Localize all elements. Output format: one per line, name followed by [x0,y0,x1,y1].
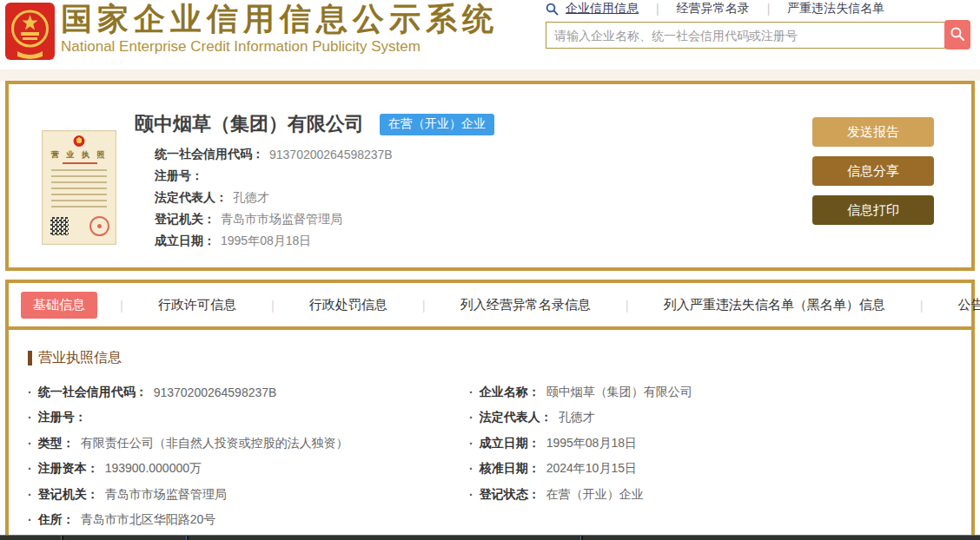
info-row: 法定代表人： 孔德才 [469,405,971,431]
license-info-right-column: 企业名称： 颐中烟草（集团）有限公司 法定代表人： 孔德才 成立日期： 1995… [469,379,971,533]
taskbar-divider [186,536,189,540]
section-title-license-info: 营业执照信息 [28,349,971,366]
share-info-button[interactable]: 信息分享 [812,156,934,186]
info-row: 住所： 青岛市市北区华阳路20号 [28,508,469,534]
tab-separator: | [271,298,275,313]
license-text-lines [51,169,107,211]
company-summary-fields: 统一社会信用代码： 91370200264598237B 注册号： 法定代表人：… [155,143,494,252]
site-title: 国家企业信用信息公示系统 [61,1,499,37]
tab-separator: | [920,298,924,313]
tab-basic-info[interactable]: 基础信息 [21,292,97,319]
nav-link-serious-violations[interactable]: 严重违法失信名单 [787,1,884,16]
status-badge: 在营（开业）企业 [380,114,494,135]
license-red-line [63,162,97,164]
company-name: 颐中烟草（集团）有限公司 [135,111,364,137]
info-row: 登记状态： 在营（开业）企业 [469,482,971,508]
search-icon [950,26,965,44]
section-marker [28,351,32,365]
business-license-image[interactable]: 营 业 执 照 [42,130,116,245]
red-seal-icon [89,216,109,236]
taskbar-divider [580,536,583,540]
site-subtitle: National Enterprise Credit Information P… [61,38,499,56]
tab-separator: | [422,298,426,313]
search-icon [546,3,559,16]
detail-panel: 基础信息 | 行政许可信息 | 行政处罚信息 | 列入经营异常名录信息 | 列入… [5,280,975,540]
taskbar-strip[interactable] [0,535,980,540]
tab-announcements[interactable]: 公告信息 [946,292,980,319]
nav-link-abnormal-operations[interactable]: 经营异常名录 [677,1,750,16]
national-emblem-icon [5,48,55,63]
info-row: 成立日期： 1995年08月18日 [469,431,971,457]
summary-row: 登记机关： 青岛市市场监督管理局 [155,208,494,230]
search-input[interactable] [546,22,945,49]
nav-separator: | [656,2,659,16]
tab-separator: | [120,298,123,313]
tab-bar: 基础信息 | 行政许可信息 | 行政处罚信息 | 列入经营异常名录信息 | 列入… [9,283,971,326]
tab-serious-violations-blacklist[interactable]: 列入严重违法失信名单（黑名单）信息 [652,292,897,319]
tab-administrative-license[interactable]: 行政许可信息 [146,292,248,319]
license-emblem-icon [74,135,85,147]
print-info-button[interactable]: 信息打印 [812,195,934,225]
company-summary-card: 营 业 执 照 颐中烟草（集团）有限公司 在营（开业）企业 统一社会信用代码： … [5,81,975,271]
taskbar-divider [61,536,63,540]
summary-row: 法定代表人： 孔德才 [155,187,494,208]
action-buttons: 发送报告 信息分享 信息打印 [812,117,934,234]
send-report-button[interactable]: 发送报告 [812,117,934,147]
site-header: 国家企业信用信息公示系统 National Enterprise Credit … [0,0,980,69]
info-row: 注册号： [28,405,469,431]
tab-separator: | [626,298,629,313]
summary-row: 成立日期： 1995年08月18日 [155,230,494,252]
license-title: 营 业 执 照 [43,149,116,161]
nav-separator: | [767,2,771,16]
info-row: 统一社会信用代码： 91370200264598237B [28,379,469,405]
top-nav: 企业信用信息 | 经营异常名录 | 严重违法失信名单 [546,0,970,17]
tab-abnormal-operations-list[interactable]: 列入经营异常名录信息 [448,292,603,319]
summary-row: 注册号： [155,165,494,187]
search-button[interactable] [944,20,970,49]
qr-code-icon [50,217,69,235]
info-row: 登记机关： 青岛市市场监督管理局 [28,482,469,508]
summary-row: 统一社会信用代码： 91370200264598237B [155,143,494,165]
tab-administrative-penalty[interactable]: 行政处罚信息 [297,292,400,319]
site-logo[interactable] [5,3,55,60]
info-row: 注册资本： 193900.000000万 [28,457,469,483]
info-row: 核准日期： 2024年10月15日 [469,457,971,483]
license-info-left-column: 统一社会信用代码： 91370200264598237B 注册号： 类型： 有限… [28,379,469,533]
nav-link-enterprise-credit[interactable]: 企业信用信息 [566,1,639,16]
info-row: 类型： 有限责任公司（非自然人投资或控股的法人独资） [28,431,469,457]
header-divider-band [0,69,980,81]
info-row: 企业名称： 颐中烟草（集团）有限公司 [469,379,971,405]
